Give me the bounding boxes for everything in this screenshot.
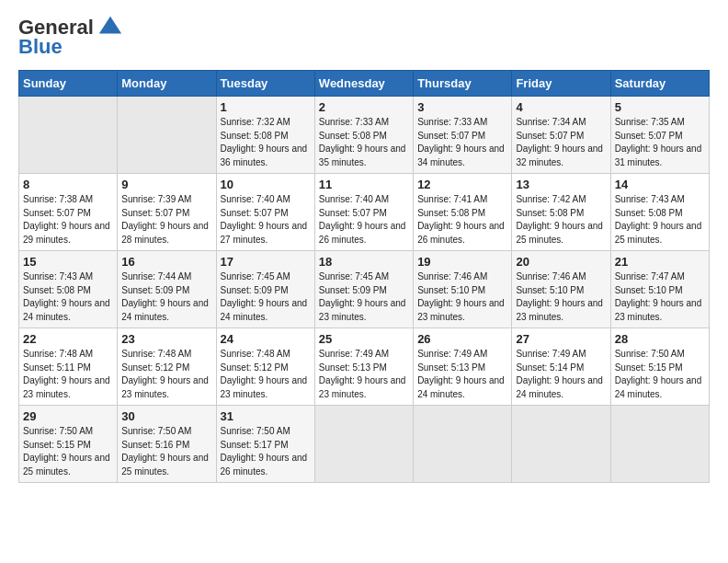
calendar-week-row: 15Sunrise: 7:43 AMSunset: 5:08 PMDayligh… xyxy=(19,251,710,328)
day-info: Sunrise: 7:50 AMSunset: 5:16 PMDaylight:… xyxy=(121,425,211,478)
calendar-day-cell xyxy=(314,406,413,483)
calendar-day-cell: 11Sunrise: 7:40 AMSunset: 5:07 PMDayligh… xyxy=(314,174,413,251)
day-info: Sunrise: 7:50 AMSunset: 5:15 PMDaylight:… xyxy=(615,348,705,401)
calendar-week-row: 8Sunrise: 7:38 AMSunset: 5:07 PMDaylight… xyxy=(19,174,710,251)
calendar-day-cell: 3Sunrise: 7:33 AMSunset: 5:07 PMDaylight… xyxy=(414,97,512,174)
weekday-header: Tuesday xyxy=(216,71,314,97)
calendar-week-row: 1Sunrise: 7:32 AMSunset: 5:08 PMDaylight… xyxy=(19,97,710,174)
calendar-day-cell: 17Sunrise: 7:45 AMSunset: 5:09 PMDayligh… xyxy=(216,251,314,328)
calendar-day-cell: 12Sunrise: 7:41 AMSunset: 5:08 PMDayligh… xyxy=(414,174,512,251)
day-info: Sunrise: 7:46 AMSunset: 5:10 PMDaylight:… xyxy=(417,270,507,324)
logo: General Blue xyxy=(18,15,123,59)
calendar-day-cell: 27Sunrise: 7:49 AMSunset: 5:14 PMDayligh… xyxy=(512,328,610,406)
page-header: General Blue xyxy=(18,15,710,59)
header-row: SundayMondayTuesdayWednesdayThursdayFrid… xyxy=(19,71,710,97)
calendar-day-cell xyxy=(19,97,118,174)
day-info: Sunrise: 7:44 AMSunset: 5:09 PMDaylight:… xyxy=(121,270,211,324)
day-info: Sunrise: 7:45 AMSunset: 5:09 PMDaylight:… xyxy=(319,270,409,324)
day-number: 12 xyxy=(417,178,507,191)
day-info: Sunrise: 7:41 AMSunset: 5:08 PMDaylight:… xyxy=(417,193,507,247)
day-number: 10 xyxy=(221,178,311,191)
day-info: Sunrise: 7:40 AMSunset: 5:07 PMDaylight:… xyxy=(221,193,311,247)
calendar-day-cell: 30Sunrise: 7:50 AMSunset: 5:16 PMDayligh… xyxy=(118,406,216,483)
calendar-day-cell xyxy=(610,406,709,483)
calendar-day-cell: 5Sunrise: 7:35 AMSunset: 5:07 PMDaylight… xyxy=(610,97,709,174)
calendar-week-row: 22Sunrise: 7:48 AMSunset: 5:11 PMDayligh… xyxy=(19,328,710,406)
day-number: 17 xyxy=(221,255,311,269)
day-info: Sunrise: 7:43 AMSunset: 5:08 PMDaylight:… xyxy=(615,193,705,247)
calendar-day-cell: 4Sunrise: 7:34 AMSunset: 5:07 PMDaylight… xyxy=(512,97,610,174)
calendar-day-cell: 2Sunrise: 7:33 AMSunset: 5:08 PMDaylight… xyxy=(314,97,413,174)
day-info: Sunrise: 7:48 AMSunset: 5:12 PMDaylight:… xyxy=(221,348,311,401)
calendar-day-cell: 13Sunrise: 7:42 AMSunset: 5:08 PMDayligh… xyxy=(512,174,610,251)
calendar-day-cell: 20Sunrise: 7:46 AMSunset: 5:10 PMDayligh… xyxy=(512,251,610,328)
day-number: 31 xyxy=(221,409,311,423)
calendar-week-row: 29Sunrise: 7:50 AMSunset: 5:15 PMDayligh… xyxy=(19,406,710,483)
calendar-day-cell: 10Sunrise: 7:40 AMSunset: 5:07 PMDayligh… xyxy=(216,174,314,251)
page-container: General Blue SundayMondayTuesdayWednesda… xyxy=(0,0,728,492)
day-number: 23 xyxy=(121,332,211,346)
day-number: 1 xyxy=(221,100,311,114)
weekday-header: Monday xyxy=(118,71,216,97)
day-info: Sunrise: 7:43 AMSunset: 5:08 PMDaylight:… xyxy=(23,270,113,324)
day-info: Sunrise: 7:35 AMSunset: 5:07 PMDaylight:… xyxy=(615,116,705,169)
day-number: 13 xyxy=(516,178,606,191)
day-number: 22 xyxy=(23,332,113,346)
day-info: Sunrise: 7:38 AMSunset: 5:07 PMDaylight:… xyxy=(23,193,113,247)
calendar-day-cell: 15Sunrise: 7:43 AMSunset: 5:08 PMDayligh… xyxy=(19,251,118,328)
calendar-day-cell: 1Sunrise: 7:32 AMSunset: 5:08 PMDaylight… xyxy=(216,97,314,174)
day-info: Sunrise: 7:33 AMSunset: 5:07 PMDaylight:… xyxy=(417,116,507,169)
day-number: 5 xyxy=(615,100,705,114)
calendar-day-cell: 19Sunrise: 7:46 AMSunset: 5:10 PMDayligh… xyxy=(414,251,512,328)
day-number: 4 xyxy=(516,100,606,114)
weekday-header: Wednesday xyxy=(314,71,413,97)
calendar-day-cell: 18Sunrise: 7:45 AMSunset: 5:09 PMDayligh… xyxy=(314,251,413,328)
weekday-header: Friday xyxy=(512,71,610,97)
day-number: 14 xyxy=(615,178,705,191)
day-number: 18 xyxy=(319,255,409,269)
logo-blue: Blue xyxy=(18,35,63,59)
calendar-body: 1Sunrise: 7:32 AMSunset: 5:08 PMDaylight… xyxy=(19,97,710,483)
svg-marker-0 xyxy=(99,17,121,34)
logo-icon xyxy=(97,15,123,40)
day-number: 20 xyxy=(516,255,606,269)
day-info: Sunrise: 7:33 AMSunset: 5:08 PMDaylight:… xyxy=(319,116,409,169)
calendar-day-cell: 14Sunrise: 7:43 AMSunset: 5:08 PMDayligh… xyxy=(610,174,709,251)
day-info: Sunrise: 7:48 AMSunset: 5:12 PMDaylight:… xyxy=(121,348,211,401)
day-number: 26 xyxy=(417,332,507,346)
day-number: 9 xyxy=(121,178,211,191)
calendar-day-cell: 28Sunrise: 7:50 AMSunset: 5:15 PMDayligh… xyxy=(610,328,709,406)
day-info: Sunrise: 7:34 AMSunset: 5:07 PMDaylight:… xyxy=(516,116,606,169)
day-number: 16 xyxy=(121,255,211,269)
calendar-day-cell: 24Sunrise: 7:48 AMSunset: 5:12 PMDayligh… xyxy=(216,328,314,406)
day-info: Sunrise: 7:49 AMSunset: 5:13 PMDaylight:… xyxy=(319,348,409,401)
day-info: Sunrise: 7:40 AMSunset: 5:07 PMDaylight:… xyxy=(319,193,409,247)
calendar-table: SundayMondayTuesdayWednesdayThursdayFrid… xyxy=(18,70,710,483)
day-number: 28 xyxy=(615,332,705,346)
weekday-header: Sunday xyxy=(19,71,118,97)
day-number: 15 xyxy=(23,255,113,269)
day-number: 27 xyxy=(516,332,606,346)
calendar-day-cell: 21Sunrise: 7:47 AMSunset: 5:10 PMDayligh… xyxy=(610,251,709,328)
calendar-day-cell: 25Sunrise: 7:49 AMSunset: 5:13 PMDayligh… xyxy=(314,328,413,406)
calendar-day-cell xyxy=(414,406,512,483)
weekday-header: Saturday xyxy=(610,71,709,97)
calendar-day-cell: 26Sunrise: 7:49 AMSunset: 5:13 PMDayligh… xyxy=(414,328,512,406)
calendar-day-cell: 29Sunrise: 7:50 AMSunset: 5:15 PMDayligh… xyxy=(19,406,118,483)
day-number: 25 xyxy=(319,332,409,346)
calendar-day-cell: 31Sunrise: 7:50 AMSunset: 5:17 PMDayligh… xyxy=(216,406,314,483)
day-info: Sunrise: 7:50 AMSunset: 5:15 PMDaylight:… xyxy=(23,425,113,478)
day-info: Sunrise: 7:32 AMSunset: 5:08 PMDaylight:… xyxy=(221,116,311,169)
day-info: Sunrise: 7:50 AMSunset: 5:17 PMDaylight:… xyxy=(221,425,311,478)
day-info: Sunrise: 7:45 AMSunset: 5:09 PMDaylight:… xyxy=(221,270,311,324)
calendar-day-cell: 23Sunrise: 7:48 AMSunset: 5:12 PMDayligh… xyxy=(118,328,216,406)
day-number: 2 xyxy=(319,100,409,114)
calendar-day-cell: 16Sunrise: 7:44 AMSunset: 5:09 PMDayligh… xyxy=(118,251,216,328)
day-number: 29 xyxy=(23,409,113,423)
calendar-day-cell: 8Sunrise: 7:38 AMSunset: 5:07 PMDaylight… xyxy=(19,174,118,251)
day-number: 21 xyxy=(615,255,705,269)
day-info: Sunrise: 7:48 AMSunset: 5:11 PMDaylight:… xyxy=(23,348,113,401)
day-number: 8 xyxy=(23,178,113,191)
day-info: Sunrise: 7:49 AMSunset: 5:14 PMDaylight:… xyxy=(516,348,606,401)
calendar-day-cell: 22Sunrise: 7:48 AMSunset: 5:11 PMDayligh… xyxy=(19,328,118,406)
